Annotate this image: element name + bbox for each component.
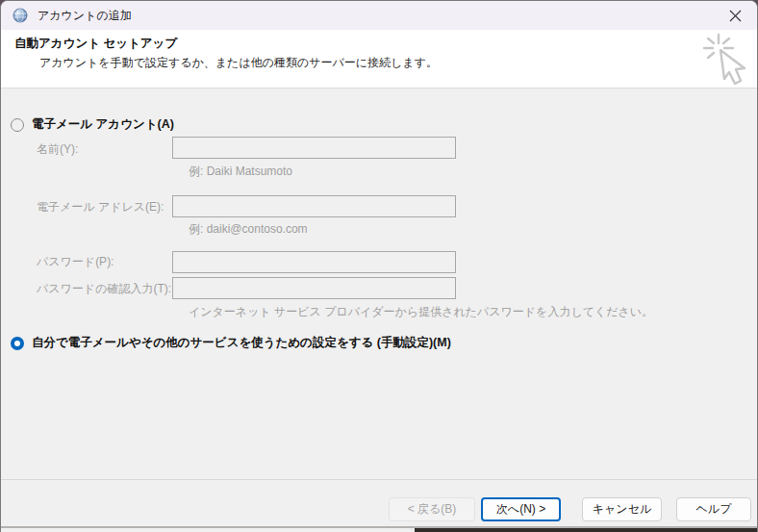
wizard-step-title: 自動アカウント セットアップ bbox=[14, 36, 177, 52]
footer-divider bbox=[1, 479, 757, 480]
manual-setup-radio[interactable] bbox=[11, 337, 24, 350]
password-input[interactable] bbox=[172, 251, 456, 273]
window-title: アカウントの追加 bbox=[38, 8, 132, 24]
add-account-dialog: アカウントの追加 自動アカウント セットアップ アカウントを手動で設定するか、ま… bbox=[0, 0, 758, 532]
cursor-starburst-icon bbox=[701, 32, 751, 88]
password-field-label: パスワード(P): bbox=[37, 254, 114, 270]
wizard-body: 電子メール アカウント(A) 名前(Y): 例: Daiki Matsumoto… bbox=[1, 89, 757, 532]
password-hint-text: インターネット サービス プロバイダーから提供されたパスワードを入力してください… bbox=[189, 304, 653, 320]
email-input[interactable] bbox=[172, 195, 456, 217]
email-example-text: 例: daiki@contoso.com bbox=[189, 221, 308, 238]
title-bar: アカウントの追加 bbox=[1, 1, 757, 30]
email-account-radio-label: 電子メール アカウント(A) bbox=[32, 116, 174, 133]
name-input[interactable] bbox=[172, 137, 456, 159]
close-icon bbox=[729, 10, 742, 22]
wizard-step-subtitle: アカウントを手動で設定するか、または他の種類のサーバーに接続します。 bbox=[39, 55, 438, 71]
wizard-header: 自動アカウント セットアップ アカウントを手動で設定するか、または他の種類のサー… bbox=[1, 30, 757, 89]
name-example-text: 例: Daiki Matsumoto bbox=[189, 164, 292, 180]
help-button[interactable]: ヘルプ bbox=[676, 497, 751, 521]
background-window-strip bbox=[415, 528, 757, 532]
confirm-password-field-label: パスワードの確認入力(T): bbox=[37, 281, 171, 297]
radio-row-manual-setup[interactable]: 自分で電子メールやその他のサービスを使うための設定をする (手動設定)(M) bbox=[11, 335, 451, 351]
radio-row-email-account[interactable]: 電子メール アカウント(A) bbox=[11, 116, 174, 133]
cancel-button[interactable]: キャンセル bbox=[582, 497, 662, 521]
manual-setup-radio-label: 自分で電子メールやその他のサービスを使うための設定をする (手動設定)(M) bbox=[32, 335, 451, 351]
email-field-label: 電子メール アドレス(E): bbox=[37, 199, 164, 215]
back-button[interactable]: < 戻る(B) bbox=[389, 497, 475, 521]
name-field-label: 名前(Y): bbox=[37, 141, 78, 158]
globe-account-icon bbox=[13, 8, 28, 23]
confirm-password-input[interactable] bbox=[172, 277, 456, 299]
email-account-radio[interactable] bbox=[11, 118, 24, 132]
close-button[interactable] bbox=[713, 1, 757, 30]
next-button[interactable]: 次へ(N) > bbox=[481, 497, 561, 521]
